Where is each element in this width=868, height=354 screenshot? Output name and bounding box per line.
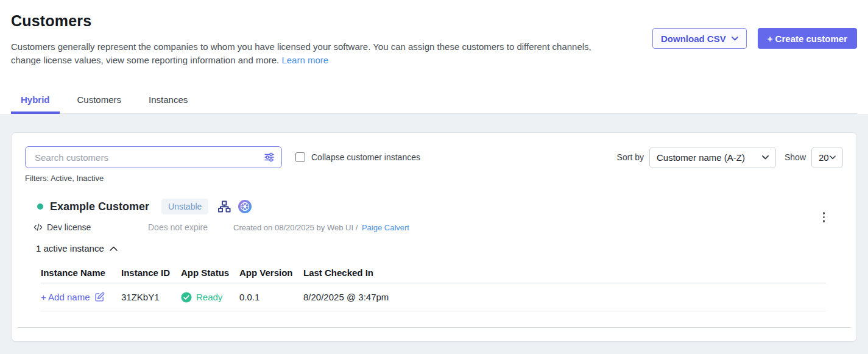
sort-select[interactable]: Customer name (A-Z) — [649, 147, 776, 168]
col-instance-id: Instance ID — [121, 267, 181, 278]
col-last-checked-in: Last Checked In — [303, 267, 826, 278]
tab-hybrid[interactable]: Hybrid — [11, 88, 60, 113]
col-app-version: App Version — [239, 267, 303, 278]
last-checked-in-value: 8/20/2025 @ 3:47pm — [303, 292, 826, 302]
page-header: Customers Customers generally represent … — [0, 0, 868, 67]
customer-meta-row: Dev license Does not expire Created on 0… — [25, 222, 843, 232]
app-status-cell: Ready — [181, 292, 239, 303]
search-wrapper — [25, 146, 282, 168]
show-label: Show — [785, 152, 806, 162]
tab-instances[interactable]: Instances — [139, 88, 197, 113]
created-by-link[interactable]: Paige Calvert — [362, 223, 409, 232]
add-name-action[interactable]: + Add name — [41, 292, 121, 302]
tab-bar: Hybrid Customers Instances — [11, 88, 857, 114]
code-icon — [34, 223, 43, 232]
learn-more-link[interactable]: Learn more — [281, 55, 328, 65]
header-text-block: Customers Customers generally represent … — [11, 12, 595, 67]
sort-by-label: Sort by — [617, 152, 644, 162]
show-select[interactable]: 20 — [811, 147, 843, 168]
instance-id-value: 31ZKbY1 — [121, 292, 181, 302]
collapse-instances-checkbox[interactable] — [295, 152, 305, 162]
add-name-label: + Add name — [41, 292, 90, 302]
app-status-value: Ready — [196, 292, 222, 302]
license-type: Dev license — [34, 222, 148, 232]
col-app-status: App Status — [181, 267, 239, 278]
instance-table: Instance Name Instance ID App Status App… — [41, 263, 826, 311]
channel-badge: Unstable — [161, 199, 208, 214]
chevron-down-icon — [830, 155, 836, 160]
collapse-instances-control[interactable]: Collapse customer instances — [295, 152, 420, 162]
content-area: Collapse customer instances Sort by Cust… — [0, 114, 868, 354]
created-info: Created on 08/20/2025 by Web UI / Paige … — [233, 223, 409, 232]
check-circle-icon — [181, 292, 192, 303]
instance-row: + Add name 31ZKbY1 Ready — [41, 283, 826, 311]
app-version-value: 0.0.1 — [239, 292, 303, 302]
license-type-label: Dev license — [47, 222, 91, 232]
customer-header-row: Example Customer Unstable — [25, 199, 843, 214]
created-info-text: Created on 08/20/2025 by Web UI / — [233, 223, 358, 232]
show-select-value: 20 — [819, 152, 829, 163]
license-expiration: Does not expire — [148, 222, 233, 232]
customer-name[interactable]: Example Customer — [50, 200, 149, 213]
search-input[interactable] — [25, 146, 282, 168]
edit-icon[interactable] — [94, 292, 105, 302]
kebab-menu-icon[interactable] — [820, 210, 828, 225]
chevron-down-icon — [762, 155, 769, 160]
instances-toggle[interactable]: 1 active instance — [25, 243, 118, 253]
chevron-up-icon — [110, 246, 118, 251]
filter-sliders-icon[interactable] — [263, 151, 275, 163]
kubernetes-icon — [238, 200, 252, 213]
sitemap-icon — [217, 199, 231, 214]
active-filters-text: Filters: Active, Inactive — [25, 174, 843, 183]
list-controls: Sort by Customer name (A-Z) Show 20 — [617, 147, 843, 168]
header-actions: Download CSV + Create customer — [652, 28, 857, 49]
page-description: Customers generally represent the compan… — [11, 40, 595, 67]
sort-select-value: Customer name (A-Z) — [657, 152, 745, 163]
create-customer-button[interactable]: + Create customer — [758, 28, 857, 49]
col-instance-name: Instance Name — [41, 267, 121, 278]
download-csv-button[interactable]: Download CSV — [652, 28, 747, 49]
customer-item: Example Customer Unstable — [25, 199, 843, 328]
collapse-instances-label: Collapse customer instances — [311, 152, 420, 162]
page-title: Customers — [11, 12, 595, 30]
instance-table-header: Instance Name Instance ID App Status App… — [41, 263, 826, 283]
customer-group-divider — [18, 327, 850, 328]
customers-card: Collapse customer instances Sort by Cust… — [11, 132, 857, 342]
toolbar: Collapse customer instances Sort by Cust… — [25, 146, 843, 168]
active-status-dot — [37, 204, 43, 210]
tab-customers[interactable]: Customers — [68, 88, 132, 113]
instances-toggle-label: 1 active instance — [36, 243, 104, 253]
chevron-down-icon — [732, 37, 738, 41]
download-csv-label: Download CSV — [661, 34, 726, 44]
